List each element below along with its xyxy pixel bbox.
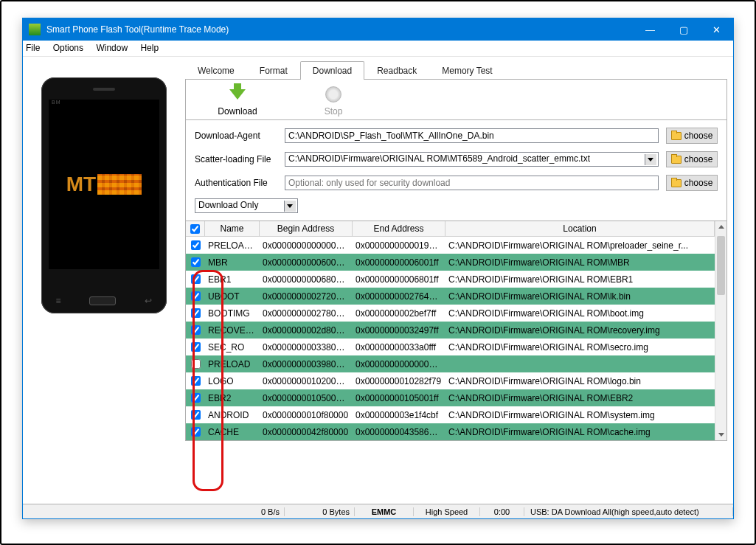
table-scrollbar[interactable]: [715, 221, 726, 440]
partition-name: ANDROID: [205, 410, 260, 420]
status-bytes: 0 Bytes: [285, 507, 355, 516]
status-time: 0:00: [480, 507, 524, 516]
scroll-down-icon: [718, 433, 724, 437]
titlebar: Smart Phone Flash Tool(Runtime Trace Mod…: [23, 18, 733, 41]
toolbar: Download Stop: [185, 80, 727, 120]
menu-help[interactable]: Help: [140, 43, 159, 53]
tab-format[interactable]: Format: [247, 61, 300, 80]
partition-begin: 0x0000000010200000: [260, 376, 353, 386]
download-button[interactable]: Download: [215, 84, 260, 117]
partition-checkbox[interactable]: [191, 325, 201, 335]
da-choose-button[interactable]: choose: [666, 128, 718, 144]
col-end[interactable]: End Address: [353, 221, 445, 236]
partition-location: C:\ANDROID\Firmware\ORIGINAL ROM\EBR1: [445, 274, 715, 285]
table-row[interactable]: PRELOAD0x00000000039800000x0000000000000…: [186, 355, 715, 372]
table-row[interactable]: RECOVERY0x0000000002d800000x000000000324…: [186, 322, 715, 339]
partition-begin: 0x0000000000600000: [260, 257, 353, 268]
scatter-combo[interactable]: C:\ANDROID\Firmware\ORIGINAL ROM\MT6589_…: [285, 152, 659, 167]
partition-checkbox[interactable]: [191, 410, 201, 420]
menubar: File Options Window Help: [23, 41, 733, 57]
partition-name: PRELOAD: [205, 359, 260, 369]
partition-begin: 0x0000000002780000: [260, 308, 353, 319]
auth-input[interactable]: [285, 176, 659, 190]
partition-checkbox[interactable]: [191, 274, 201, 284]
scatter-label: Scatter-loading File: [195, 154, 277, 164]
status-mode: High Speed: [414, 507, 480, 516]
table-row[interactable]: UBOOT0x00000000027200000x000000000276413…: [186, 288, 715, 305]
partition-checkbox[interactable]: [191, 308, 201, 318]
partition-location: C:\ANDROID\Firmware\ORIGINAL ROM\system.…: [445, 410, 715, 420]
table-row[interactable]: LOGO0x00000000102000000x0000000010282f79…: [186, 372, 715, 389]
da-label: Download-Agent: [195, 131, 277, 141]
statusbar: 0 B/s 0 Bytes EMMC High Speed 0:00 USB: …: [23, 504, 733, 518]
status-storage: EMMC: [355, 507, 414, 516]
home-softkey-icon: [89, 296, 116, 305]
minimize-button[interactable]: —: [634, 18, 667, 41]
partition-location: C:\ANDROID\Firmware\ORIGINAL ROM\cache.i…: [445, 427, 715, 437]
partition-end: 0x0000000043586093: [353, 427, 445, 437]
partition-checkbox[interactable]: [191, 342, 201, 352]
app-icon: [29, 24, 41, 35]
stop-button[interactable]: Stop: [311, 84, 356, 117]
partition-checkbox[interactable]: [191, 376, 201, 386]
partition-end: 0x0000000000000000: [353, 359, 445, 369]
partition-begin: 0x0000000003380000: [260, 342, 353, 353]
col-begin[interactable]: Begin Address: [260, 221, 353, 236]
partition-end: 0x0000000000019043: [353, 240, 445, 251]
device-preview-pane: BM MT ≡ ↩: [23, 57, 185, 504]
download-mode-select[interactable]: Download Only: [195, 198, 298, 213]
partition-checkbox[interactable]: [191, 393, 201, 403]
da-input[interactable]: [285, 128, 659, 143]
partition-name: BOOTIMG: [205, 308, 260, 319]
partition-checkbox[interactable]: [191, 427, 201, 437]
tab-readback[interactable]: Readback: [364, 61, 429, 80]
partition-location: C:\ANDROID\Firmware\ORIGINAL ROM\preload…: [445, 240, 715, 251]
partition-end: 0x000000003e1f4cbf: [353, 410, 445, 420]
table-row[interactable]: SEC_RO0x00000000033800000x00000000033a0f…: [186, 339, 715, 355]
table-row[interactable]: PRELOADER0x00000000000000000x00000000000…: [186, 237, 715, 254]
download-arrow-icon: [229, 89, 246, 100]
partition-name: CACHE: [205, 427, 260, 437]
tab-memory-test[interactable]: Memory Test: [429, 61, 504, 80]
menu-window[interactable]: Window: [96, 43, 128, 53]
partition-end: 0x00000000033a0fff: [353, 342, 445, 353]
phone-mockup: BM MT ≡ ↩: [41, 77, 167, 313]
partition-checkbox[interactable]: [191, 291, 201, 301]
table-row[interactable]: ANDROID0x0000000010f800000x000000003e1f4…: [186, 406, 715, 423]
partition-name: PRELOADER: [205, 240, 260, 251]
table-row[interactable]: MBR0x00000000006000000x00000000006001ffC…: [186, 254, 715, 271]
partition-name: EBR2: [205, 393, 260, 403]
menu-file[interactable]: File: [26, 43, 40, 53]
scatter-choose-button[interactable]: choose: [666, 151, 718, 167]
back-softkey-icon: ↩: [145, 296, 152, 306]
partition-name: RECOVERY: [205, 325, 260, 336]
table-row[interactable]: EBR10x00000000006800000x00000000006801ff…: [186, 271, 715, 288]
partition-table: Name Begin Address End Address Location …: [185, 221, 727, 441]
tab-download[interactable]: Download: [300, 61, 364, 80]
table-row[interactable]: CACHE0x0000000042f800000x000000004358609…: [186, 423, 715, 440]
auth-choose-button[interactable]: choose: [666, 175, 718, 191]
select-all-checkbox[interactable]: [190, 224, 200, 234]
main-tabs: Welcome Format Download Readback Memory …: [185, 61, 727, 80]
partition-begin: 0x0000000003980000: [260, 359, 353, 369]
table-row[interactable]: BOOTIMG0x00000000027800000x0000000002bef…: [186, 305, 715, 322]
partition-name: LOGO: [205, 376, 260, 386]
partition-end: 0x0000000002764133: [353, 291, 445, 302]
partition-checkbox[interactable]: [191, 257, 201, 267]
partition-begin: 0x0000000000680000: [260, 274, 353, 285]
partition-begin: 0x0000000010f80000: [260, 410, 353, 420]
partition-location: C:\ANDROID\Firmware\ORIGINAL ROM\recover…: [445, 325, 715, 336]
auth-label: Authentication File: [195, 178, 277, 188]
col-name[interactable]: Name: [205, 221, 260, 236]
maximize-button[interactable]: ▢: [667, 18, 700, 41]
menu-options[interactable]: Options: [53, 43, 83, 53]
folder-icon: [671, 179, 682, 187]
col-location[interactable]: Location: [445, 221, 715, 236]
folder-icon: [671, 156, 682, 164]
partition-checkbox[interactable]: [191, 359, 201, 369]
tab-welcome[interactable]: Welcome: [185, 61, 247, 80]
partition-end: 0x0000000002bef7ff: [353, 308, 445, 319]
partition-checkbox[interactable]: [191, 240, 201, 250]
close-button[interactable]: ✕: [700, 18, 733, 41]
table-row[interactable]: EBR20x00000000105000000x00000000105001ff…: [186, 389, 715, 406]
